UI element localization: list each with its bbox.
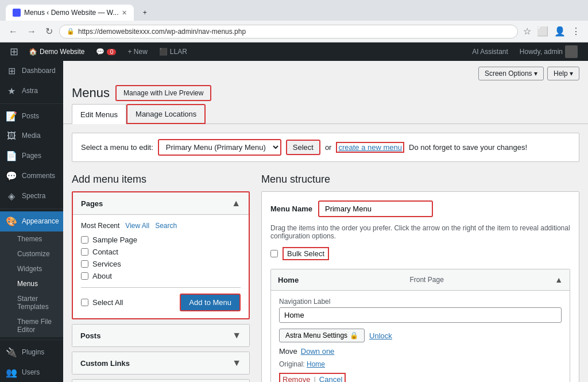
refresh-button[interactable]: ↻ (42, 24, 56, 38)
sidebar-item-starter-templates[interactable]: Starter Templates (0, 291, 63, 314)
sidebar-item-label: Pages (22, 152, 41, 161)
menu-item-home-header[interactable]: Home Front Page ▲ (271, 269, 570, 290)
sidebar-item-posts[interactable]: 📝 Posts (0, 106, 63, 126)
address-bar[interactable]: 🔒 https://demowebsitexxx.com/wp-admin/na… (59, 25, 518, 38)
screen-options-button[interactable]: Screen Options (478, 67, 544, 80)
page-item-contact[interactable]: Contact (81, 248, 241, 256)
sidebar-item-comments[interactable]: 💬 Comments (0, 166, 63, 186)
move-row: Move Down one (279, 347, 562, 356)
wp-logo[interactable]: ⊞ (5, 43, 23, 61)
screenshot-button[interactable]: ⬜ (535, 24, 550, 38)
pages-accordion-footer: Select All Add to Menu (81, 287, 241, 311)
left-column: Add menu items Pages ▲ Most Recent View … (72, 173, 250, 382)
howdy-item[interactable]: Howdy, admin (514, 43, 583, 61)
page-item-services[interactable]: Services (81, 260, 241, 268)
sidebar-menu: ⊞ Dashboard ★ Astra 📝 Posts 🖼 Media 📄 Pa… (0, 61, 63, 382)
sidebar-item-theme-file-editor[interactable]: Theme File Editor (0, 314, 63, 337)
new-label: + New (127, 48, 147, 56)
tab-manage-locations[interactable]: Manage Locations (126, 104, 206, 124)
comments-item[interactable]: 💬 0 (90, 43, 122, 61)
toolbar-item[interactable]: ⬛ LLAR (153, 43, 193, 61)
select-all-checkbox[interactable] (81, 299, 88, 306)
sidebar-item-themes[interactable]: Themes (0, 231, 63, 246)
action-separator: | (314, 375, 315, 382)
create-menu-link[interactable]: create a new menu (336, 142, 404, 153)
site-name-item[interactable]: 🏠 Demo Website (23, 43, 90, 61)
sidebar-item-label: Astra (22, 87, 38, 96)
astra-settings-button[interactable]: Astra Menu Settings 🔒 (279, 329, 365, 342)
menu-select-dropdown[interactable]: Primary Menu (Primary Menu) (158, 139, 281, 156)
plugins-icon: 🔌 (6, 347, 17, 358)
menu-hint: Drag the items into the order you prefer… (270, 224, 570, 240)
page-checkbox-contact[interactable] (81, 248, 88, 256)
screen-header-right: Screen Options Help (478, 67, 579, 80)
sidebar-item-plugins[interactable]: 🔌 Plugins (0, 342, 63, 362)
nav-label-input[interactable] (279, 307, 562, 323)
new-tab-button[interactable]: + (136, 5, 154, 20)
page-item-about[interactable]: About (81, 272, 241, 280)
admin-bar-right: AI Assistant Howdy, admin (466, 43, 583, 61)
astra-settings-label: Astra Menu Settings (285, 331, 347, 339)
custom-links-accordion-header[interactable]: Custom Links ▼ (72, 352, 249, 374)
select-all-text: Select All (92, 298, 123, 307)
active-tab[interactable]: Menus ‹ Demo Website — W... × (6, 5, 134, 21)
live-preview-button[interactable]: Manage with Live Preview (115, 85, 211, 101)
sidebar-item-media[interactable]: 🖼 Media (0, 126, 63, 146)
menu-name-row: Menu Name (270, 200, 570, 217)
bulk-select-row: Bulk Select (270, 247, 570, 260)
pages-checkbox-list: Sample Page Contact Services (81, 236, 241, 280)
profile-button[interactable]: 👤 (552, 24, 567, 38)
tab-close-button[interactable]: × (122, 8, 127, 17)
menu-name-input[interactable] (318, 200, 433, 217)
sidebar-item-users[interactable]: 👥 Users (0, 362, 63, 382)
remove-link[interactable]: Remove (283, 375, 310, 382)
sidebar-item-menus[interactable]: Menus (0, 276, 63, 291)
select-all-label[interactable]: Select All (81, 298, 123, 307)
view-all-tab[interactable]: View All (125, 222, 149, 230)
unlock-link[interactable]: Unlock (369, 331, 392, 340)
page-checkbox-services[interactable] (81, 260, 88, 268)
select-menu-label: Select a menu to edit: (81, 143, 153, 152)
move-down-link[interactable]: Down one (301, 347, 335, 356)
sidebar-item-customize[interactable]: Customize (0, 246, 63, 261)
page-checkbox-about[interactable] (81, 272, 88, 280)
original-home-link[interactable]: Home (307, 360, 325, 368)
posts-accordion-header[interactable]: Posts ▼ (72, 325, 249, 346)
ai-assistant-item[interactable]: AI Assistant (466, 43, 514, 61)
sidebar-item-label: Users (22, 368, 40, 377)
new-content-item[interactable]: + New (122, 43, 153, 61)
sidebar-item-label: Appearance (22, 217, 59, 226)
menu-item-actions-row: Remove | Cancel (279, 373, 562, 382)
sidebar-item-astra[interactable]: ★ Astra (0, 81, 63, 101)
menu-button[interactable]: ⋮ (570, 24, 582, 38)
page-checkbox-sample[interactable] (81, 236, 88, 244)
sidebar-item-pages[interactable]: 📄 Pages (0, 146, 63, 166)
search-tab[interactable]: Search (155, 222, 177, 230)
nav-label-field: Navigation Label (279, 298, 562, 323)
save-notice: Do not forget to save your changes! (409, 143, 527, 152)
most-recent-tab[interactable]: Most Recent (81, 222, 119, 230)
dashboard-icon: ⊞ (6, 65, 17, 76)
add-to-menu-button[interactable]: Add to Menu (180, 294, 241, 311)
menu-item-home-body: Navigation Label Astra Menu Settings 🔒 U… (271, 290, 570, 382)
pages-accordion-header[interactable]: Pages ▲ (73, 192, 249, 215)
site-name-label: Demo Website (40, 48, 84, 56)
bulk-select-checkbox[interactable] (270, 250, 278, 257)
tab-edit-menus[interactable]: Edit Menus (72, 104, 126, 124)
avatar (565, 45, 578, 58)
sidebar-item-appearance[interactable]: 🎨 Appearance (0, 211, 63, 231)
forward-button[interactable]: → (24, 25, 39, 38)
categories-accordion-header[interactable]: Categories ▼ (72, 380, 249, 382)
help-button[interactable]: Help (547, 67, 579, 80)
sidebar-item-spectra[interactable]: ◈ Spectra (0, 186, 63, 206)
back-button[interactable]: ← (6, 25, 21, 38)
posts-icon: 📝 (6, 111, 17, 122)
bookmark-button[interactable]: ☆ (521, 24, 533, 38)
page-item-sample[interactable]: Sample Page (81, 236, 241, 244)
nav-label-label: Navigation Label (279, 298, 562, 306)
select-menu-row: Select a menu to edit: Primary Menu (Pri… (72, 133, 579, 162)
sidebar-item-widgets[interactable]: Widgets (0, 261, 63, 276)
select-menu-button[interactable]: Select (286, 140, 320, 155)
cancel-link[interactable]: Cancel (319, 375, 342, 382)
sidebar-item-dashboard[interactable]: ⊞ Dashboard (0, 61, 63, 81)
